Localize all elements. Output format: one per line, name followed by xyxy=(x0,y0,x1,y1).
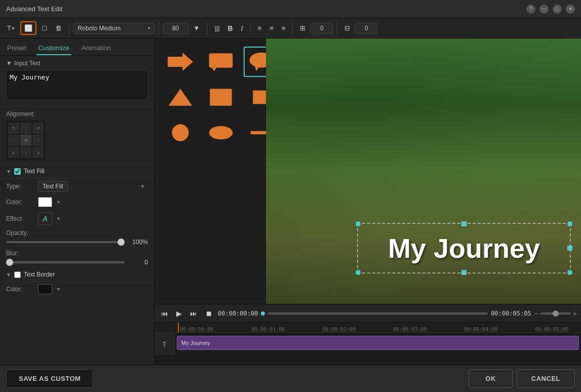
shape-ellipse[interactable] xyxy=(203,117,239,148)
align-right-button[interactable]: ≡ xyxy=(279,22,289,34)
opacity-slider[interactable] xyxy=(6,241,125,243)
zoom-slider-track xyxy=(540,312,571,315)
timeline-ruler: 00:00:00:00 00:00:01:00 00:00:02:00 00:0… xyxy=(154,323,581,333)
tab-preset[interactable]: Preset xyxy=(5,42,28,55)
text-border-checkbox[interactable] xyxy=(14,271,21,278)
text-fill-color-row: Color: ▼ xyxy=(0,194,154,210)
font-size-input[interactable] xyxy=(163,23,188,34)
save-custom-button[interactable]: SAVE AS CUSTOM xyxy=(6,369,93,388)
align-top-left[interactable]: ↖ xyxy=(8,123,19,134)
align-top-center[interactable]: ↑ xyxy=(20,123,31,134)
minimize-button[interactable]: ─ xyxy=(539,5,549,14)
timeline-area: ⏮ ▶ ⏭ ⏹ 00:00:00:00 00:00:05:05 − + xyxy=(154,304,581,365)
text-border-header[interactable]: ▼ Text Border xyxy=(0,268,154,282)
shapes-grid xyxy=(159,43,261,152)
shapes-panel xyxy=(154,38,266,304)
timeline-progress[interactable] xyxy=(268,312,488,315)
window-title: Advanced Text Edit xyxy=(6,5,62,13)
zoom-slider-thumb[interactable] xyxy=(553,310,559,317)
play-button[interactable]: ▶ xyxy=(174,308,184,319)
align-center-button[interactable]: ≡ xyxy=(266,22,277,34)
opacity-row: Opacity: 100% xyxy=(0,227,154,248)
align-middle-center[interactable]: ✛ xyxy=(20,135,31,146)
color-arrow[interactable]: ▼ xyxy=(56,200,61,205)
alignment-label: Alignment: xyxy=(6,110,148,117)
current-time: 00:00:00:00 xyxy=(218,310,258,317)
handle-bm[interactable] xyxy=(461,270,467,275)
type-select-wrapper: Text Fill xyxy=(38,181,148,192)
bold-button[interactable]: B xyxy=(225,22,236,34)
top-content: My Journey xyxy=(154,38,581,304)
zoom-in-icon[interactable]: + xyxy=(573,309,577,318)
chevron-down-icon: ▼ xyxy=(6,60,12,67)
cancel-button[interactable]: CANCEL xyxy=(517,369,575,388)
align-bottom-left[interactable]: ↙ xyxy=(8,147,19,158)
zoom-out-icon[interactable]: − xyxy=(534,309,538,318)
font-select-wrapper: Roboto Medium xyxy=(73,23,154,34)
shape-arrow[interactable] xyxy=(163,47,198,77)
ruler-mark-2: 00:00:02:00 xyxy=(322,327,356,332)
text-fill-type-row: Type: Text Fill xyxy=(0,178,154,194)
opacity-slider-row: 100% xyxy=(6,239,148,246)
handle-tl[interactable] xyxy=(356,221,361,226)
text-fill-checkbox[interactable] xyxy=(14,168,21,175)
ok-button[interactable]: OK xyxy=(469,369,513,388)
text-tool-button[interactable]: T+ xyxy=(4,22,18,34)
text-fill-label: Text Fill xyxy=(24,168,45,175)
border-color-arrow[interactable]: ▼ xyxy=(56,287,61,292)
align-middle-right[interactable]: → xyxy=(32,135,44,146)
blur-row: Blur: 0 xyxy=(0,248,154,268)
transform-tool-button[interactable]: ⬡ xyxy=(38,22,50,34)
handle-tr[interactable] xyxy=(567,221,572,226)
text-stats-button[interactable]: ||| xyxy=(211,22,222,34)
track-clip[interactable]: My Journey xyxy=(177,336,579,350)
align-bottom-right[interactable]: ↘ xyxy=(32,147,44,158)
toolbar-separator xyxy=(69,22,69,34)
handle-bl[interactable] xyxy=(356,270,361,275)
stop-button[interactable]: ⏹ xyxy=(203,308,215,319)
maximize-button[interactable]: □ xyxy=(553,5,562,14)
color-swatch[interactable] xyxy=(38,197,52,207)
font-select[interactable]: Roboto Medium xyxy=(73,23,154,34)
handle-tm[interactable] xyxy=(461,221,467,226)
handle-mr[interactable] xyxy=(567,246,572,251)
input-text-field[interactable]: My Journey xyxy=(6,70,148,100)
delete-button[interactable]: 🗑 xyxy=(52,22,65,34)
alignment-section: Alignment: ↖ ↑ ↗ ← ✛ → ↙ ↓ ↘ xyxy=(0,106,154,165)
tab-customize[interactable]: Customize xyxy=(36,42,71,55)
fast-forward-button[interactable]: ⏭ xyxy=(187,308,200,319)
effect-arrow[interactable]: ▼ xyxy=(56,216,61,221)
type-select[interactable]: Text Fill xyxy=(38,181,68,192)
window-controls: ? ─ □ ✕ xyxy=(526,5,575,14)
playback-bar: ⏮ ▶ ⏭ ⏹ 00:00:00:00 00:00:05:05 − + xyxy=(154,304,581,323)
align-bottom-center[interactable]: ↓ xyxy=(20,147,31,158)
type-label: Type: xyxy=(6,183,34,190)
handle-br[interactable] xyxy=(567,270,572,275)
border-color-swatch[interactable] xyxy=(38,284,52,294)
tab-animation[interactable]: Animation xyxy=(80,42,113,55)
letter-spacing-input[interactable] xyxy=(311,23,333,34)
shape-circle[interactable] xyxy=(163,117,198,148)
svg-rect-6 xyxy=(210,89,231,105)
svg-rect-1 xyxy=(209,53,233,67)
text-spacing-button[interactable]: ⊞ xyxy=(297,22,308,34)
help-button[interactable]: ? xyxy=(526,5,535,14)
effect-button[interactable]: A xyxy=(38,212,52,225)
text-offset-button[interactable]: ⊟ xyxy=(341,22,353,34)
text-fill-header[interactable]: ▼ Text Fill xyxy=(0,165,154,178)
close-button[interactable]: ✕ xyxy=(566,5,575,14)
align-middle-left[interactable]: ← xyxy=(8,135,19,146)
rewind-button[interactable]: ⏮ xyxy=(159,308,171,319)
total-time: 00:00:05:05 xyxy=(491,310,531,317)
shape-square[interactable] xyxy=(203,82,239,112)
blur-slider-row: 0 xyxy=(6,259,148,266)
align-top-right[interactable]: ↗ xyxy=(32,123,44,134)
font-size-dropdown[interactable]: ▼ xyxy=(190,22,203,34)
shape-triangle[interactable] xyxy=(163,82,198,112)
shape-speech-rect[interactable] xyxy=(203,47,239,77)
text-offset-input[interactable] xyxy=(355,23,377,34)
shape-tool-button[interactable]: ⬜ xyxy=(20,21,36,35)
italic-button[interactable]: I xyxy=(238,22,246,34)
align-left-button[interactable]: ≡ xyxy=(255,22,265,34)
blur-slider[interactable] xyxy=(6,261,125,263)
